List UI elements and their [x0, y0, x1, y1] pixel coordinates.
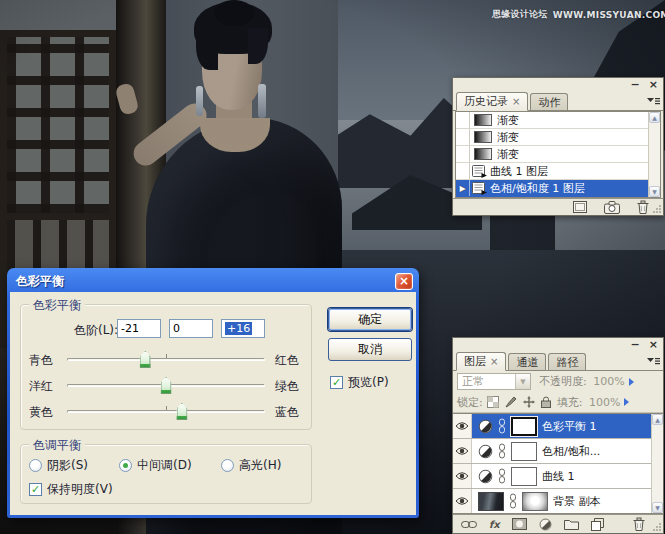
layer-row-hue-saturation[interactable]: 色相/饱和...	[453, 439, 663, 464]
level-input-yellow-blue[interactable]: +16	[221, 319, 265, 338]
radio-icon[interactable]	[29, 459, 42, 472]
layer-visibility-eye-icon[interactable]	[453, 489, 472, 513]
resize-grip[interactable]	[652, 204, 662, 214]
blend-mode-select[interactable]: 正常 ▼	[457, 373, 531, 390]
cancel-button[interactable]: 取消	[328, 338, 412, 361]
magenta-green-slider[interactable]	[67, 375, 265, 395]
new-document-from-state-icon[interactable]	[573, 201, 587, 213]
adjustment-layer-icon[interactable]	[478, 469, 493, 484]
slider-thumb[interactable]	[140, 351, 151, 368]
slider-left-label: 洋红	[29, 378, 53, 395]
scroll-down-icon[interactable]: ▼	[652, 502, 663, 513]
layer-row-color-balance[interactable]: 色彩平衡 1	[453, 414, 663, 439]
layer-mask-thumbnail[interactable]	[511, 442, 537, 461]
history-state-row[interactable]: 渐变	[456, 146, 660, 163]
layer-image-thumbnail[interactable]	[478, 492, 504, 511]
slider-thumb[interactable]	[176, 403, 187, 420]
layer-mask-thumbnail[interactable]	[511, 467, 537, 486]
close-icon[interactable]: ×	[649, 80, 658, 90]
layer-visibility-eye-icon[interactable]	[453, 439, 472, 463]
new-layer-icon[interactable]	[591, 518, 604, 531]
panel-menu-icon[interactable]	[646, 355, 660, 367]
adjustment-layer-icon[interactable]	[478, 444, 493, 459]
panel-menu-icon[interactable]	[646, 95, 660, 107]
layer-style-fx-icon[interactable]: fx	[489, 519, 500, 530]
close-icon[interactable]: ×	[649, 340, 658, 350]
mask-link-icon[interactable]	[498, 443, 506, 459]
checkbox-checked-icon[interactable]: ✓	[29, 483, 42, 496]
mask-link-icon[interactable]	[509, 493, 517, 509]
layer-mask-thumbnail[interactable]	[511, 417, 537, 436]
tab-layers[interactable]: 图层 ×	[456, 352, 506, 371]
tab-close-icon[interactable]: ×	[490, 357, 498, 367]
preview-checkbox[interactable]: ✓ 预览(P)	[330, 374, 389, 391]
link-layers-chain-icon[interactable]	[461, 520, 477, 529]
mask-link-icon[interactable]	[498, 468, 506, 484]
lock-position-move-icon[interactable]	[523, 396, 535, 408]
add-layer-mask-icon[interactable]	[512, 518, 527, 530]
fill-value[interactable]: 100%	[586, 396, 620, 409]
layers-scrollbar[interactable]: ▲ ▼	[651, 414, 663, 513]
history-state-row[interactable]: 曲线 1 图层	[456, 163, 660, 180]
chevron-down-icon[interactable]: ▼	[515, 374, 530, 389]
gradient-thumbnail	[474, 148, 492, 160]
delete-trash-icon[interactable]	[633, 517, 645, 531]
ok-button[interactable]: 确定	[328, 308, 412, 331]
level-input-cyan-red[interactable]: -21	[117, 319, 161, 338]
tab-history[interactable]: 历史记录 ×	[456, 92, 528, 111]
history-state-row[interactable]: 渐变	[456, 112, 660, 129]
slider-track[interactable]	[67, 410, 265, 413]
layers-panel: − × 图层 × 通道 路径 正常 ▼ 不透明度: 100%	[452, 337, 664, 534]
radio-shadows[interactable]: 阴影(S)	[29, 457, 88, 474]
adjustment-layer-icon[interactable]	[478, 419, 493, 434]
mask-link-icon[interactable]	[498, 418, 506, 434]
slider-thumb[interactable]	[161, 377, 172, 394]
tab-paths[interactable]: 路径	[548, 353, 586, 370]
scroll-up-icon[interactable]: ▲	[652, 414, 663, 425]
history-source-well[interactable]	[456, 163, 470, 179]
history-scrollbar[interactable]: ▲ ▼	[648, 112, 660, 197]
slider-track[interactable]	[67, 358, 265, 361]
history-state-row[interactable]: 渐变	[456, 129, 660, 146]
radio-icon-selected[interactable]	[119, 459, 132, 472]
opacity-value[interactable]: 100%	[591, 375, 625, 388]
resize-grip[interactable]	[652, 522, 662, 532]
radio-highlights[interactable]: 高光(H)	[221, 457, 281, 474]
tab-actions[interactable]: 动作	[530, 93, 568, 110]
tab-channels[interactable]: 通道	[508, 353, 546, 370]
yellow-blue-slider[interactable]	[67, 401, 265, 421]
history-source-well[interactable]	[456, 112, 470, 128]
delete-trash-icon[interactable]	[637, 200, 649, 214]
lock-transparency-icon[interactable]	[487, 396, 499, 408]
cyan-red-slider[interactable]	[67, 349, 265, 369]
history-source-well[interactable]	[456, 129, 470, 145]
dialog-titlebar[interactable]: 色彩平衡 ×	[10, 270, 416, 292]
layer-visibility-eye-icon[interactable]	[453, 414, 472, 438]
minimize-icon[interactable]: −	[631, 80, 640, 90]
opacity-slider-arrow-icon[interactable]	[629, 378, 634, 386]
radio-icon[interactable]	[221, 459, 234, 472]
new-adjustment-layer-icon[interactable]	[539, 518, 552, 531]
new-group-folder-icon[interactable]	[564, 519, 579, 530]
level-input-magenta-green[interactable]: 0	[169, 319, 213, 338]
layer-row-background-copy[interactable]: 背景 副本	[453, 489, 663, 514]
scroll-down-icon[interactable]: ▼	[649, 186, 660, 197]
scroll-up-icon[interactable]: ▲	[649, 112, 660, 123]
dialog-close-button[interactable]: ×	[395, 273, 413, 290]
fill-slider-arrow-icon[interactable]	[624, 398, 629, 406]
tab-close-icon[interactable]: ×	[512, 97, 520, 107]
lock-pixels-brush-icon[interactable]	[505, 396, 517, 408]
lock-all-padlock-icon[interactable]	[541, 396, 551, 408]
checkbox-checked-icon[interactable]: ✓	[330, 376, 343, 389]
layer-row-curves[interactable]: 曲线 1	[453, 464, 663, 489]
radio-midtones[interactable]: 中间调(D)	[119, 457, 192, 474]
layer-visibility-eye-icon[interactable]	[453, 464, 472, 488]
minimize-icon[interactable]: −	[631, 340, 640, 350]
layer-mask-thumbnail[interactable]	[522, 492, 548, 511]
history-source-well[interactable]: ▶	[456, 180, 470, 196]
history-state-row-selected[interactable]: ▶ 色相/饱和度 1 图层	[456, 180, 660, 197]
history-source-well[interactable]	[456, 146, 470, 162]
preserve-luminosity-checkbox[interactable]: ✓ 保持明度(V)	[29, 481, 113, 498]
new-snapshot-camera-icon[interactable]	[604, 201, 620, 214]
level-value: 0	[173, 322, 180, 335]
